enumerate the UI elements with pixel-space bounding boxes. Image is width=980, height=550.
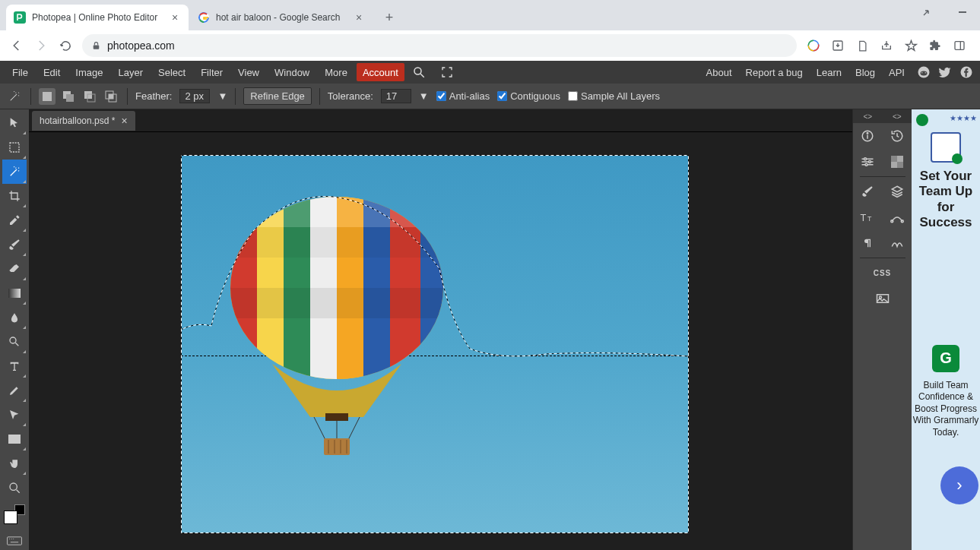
browser-tab-google[interactable]: hot air baloon - Google Search ×	[190, 5, 373, 30]
brush-panel-icon[interactable]	[856, 182, 879, 201]
right-panel: <><> TT CSS	[852, 109, 912, 550]
menu-view[interactable]: View	[230, 61, 267, 84]
reddit-icon[interactable]	[915, 63, 933, 81]
channels-icon[interactable]	[886, 233, 909, 253]
color-swatches[interactable]	[2, 504, 27, 529]
svg-rect-26	[10, 143, 19, 152]
gradient-tool[interactable]	[2, 281, 27, 305]
svg-point-68	[869, 161, 871, 163]
move-tool[interactable]	[2, 111, 27, 135]
google-icon[interactable]	[807, 39, 820, 52]
paths-icon[interactable]	[886, 207, 909, 227]
text-tool[interactable]	[2, 354, 27, 378]
eyedropper-tool[interactable]	[2, 208, 27, 232]
blur-tool[interactable]	[2, 305, 27, 330]
menu-window[interactable]: Window	[267, 61, 317, 84]
twitter-icon[interactable]	[936, 63, 954, 81]
feather-dropdown-icon[interactable]: ▼	[217, 90, 227, 102]
back-button[interactable]	[6, 35, 27, 56]
document-tab[interactable]: hotairballoon.psd * ×	[32, 111, 135, 131]
ad-cta-button[interactable]: ›	[940, 466, 978, 504]
sidepanel-icon[interactable]	[953, 39, 966, 52]
hand-tool[interactable]	[2, 451, 27, 476]
svg-rect-32	[8, 537, 22, 545]
ad-stars: ★★★★	[950, 114, 977, 122]
character-icon[interactable]: TT	[856, 207, 879, 227]
sel-add-icon[interactable]	[60, 88, 77, 105]
sel-new-icon[interactable]	[39, 88, 56, 105]
menu-select[interactable]: Select	[151, 61, 193, 84]
marquee-tool[interactable]	[2, 135, 27, 160]
paragraph-icon[interactable]	[856, 233, 879, 253]
link-report[interactable]: Report a bug	[739, 67, 810, 78]
canvas-viewport[interactable]	[29, 132, 852, 550]
menu-layer[interactable]: Layer	[111, 61, 151, 84]
svg-rect-20	[66, 94, 74, 102]
panel-tabs[interactable]: <><>	[853, 109, 912, 123]
facebook-icon[interactable]	[957, 63, 975, 81]
install-icon[interactable]	[831, 39, 845, 52]
menu-image[interactable]: Image	[68, 61, 110, 84]
menu-more[interactable]: More	[317, 61, 355, 84]
tab-close-icon[interactable]: ×	[169, 11, 181, 24]
css-export-icon[interactable]: CSS	[871, 263, 894, 283]
browser-tab-photopea[interactable]: Photopea | Online Photo Editor ×	[6, 5, 189, 30]
link-about[interactable]: About	[699, 67, 739, 78]
sel-sub-icon[interactable]	[81, 88, 98, 105]
crop-tool[interactable]	[2, 184, 27, 208]
feather-input[interactable]: 2 px	[179, 89, 210, 103]
fullscreen-icon[interactable]	[433, 61, 461, 84]
window-close[interactable]	[945, 0, 980, 24]
dodge-tool[interactable]	[2, 330, 27, 354]
pen-tool[interactable]	[2, 378, 27, 403]
reload-button[interactable]	[55, 35, 76, 56]
close-icon[interactable]: ×	[121, 115, 127, 127]
address-bar[interactable]: photopea.com	[82, 34, 797, 57]
layers-icon[interactable]	[886, 182, 909, 201]
antialias-checkbox[interactable]: Anti-alias	[436, 90, 490, 102]
link-api[interactable]: API	[882, 67, 912, 78]
share-icon[interactable]	[880, 39, 893, 52]
keyboard-icon[interactable]	[2, 533, 27, 548]
image-panel-icon[interactable]	[871, 289, 894, 308]
svg-rect-72	[891, 162, 897, 168]
svg-rect-27	[8, 289, 21, 298]
doc-icon[interactable]	[855, 39, 869, 52]
adjust-icon[interactable]	[856, 152, 879, 172]
eraser-tool[interactable]	[2, 257, 27, 281]
shape-tool[interactable]	[2, 427, 27, 451]
tolerance-input[interactable]: 17	[381, 89, 411, 103]
tolerance-dropdown-icon[interactable]: ▼	[419, 90, 429, 102]
extensions-icon[interactable]	[928, 39, 942, 52]
refine-edge-button[interactable]: Refine Edge	[243, 87, 312, 105]
zoom-tool[interactable]	[2, 476, 27, 500]
menu-file[interactable]: File	[5, 61, 36, 84]
info-icon[interactable]	[856, 126, 879, 146]
account-button[interactable]: Account	[357, 63, 404, 81]
canvas[interactable]	[181, 155, 689, 533]
forward-button[interactable]	[30, 35, 52, 56]
photopea-app: File Edit Image Layer Select Filter View…	[0, 61, 980, 550]
svg-rect-73	[897, 162, 903, 168]
link-blog[interactable]: Blog	[848, 67, 882, 78]
sample-all-checkbox[interactable]: Sample All Layers	[568, 90, 660, 102]
menu-edit[interactable]: Edit	[36, 61, 68, 84]
tab-title: hot air baloon - Google Search	[216, 12, 353, 23]
search-icon[interactable]	[404, 61, 433, 84]
tab-close-icon[interactable]: ×	[353, 11, 365, 24]
star-icon[interactable]	[904, 39, 918, 52]
svg-rect-60	[182, 156, 689, 533]
swatches-icon[interactable]	[886, 152, 909, 172]
new-tab-button[interactable]: +	[379, 7, 400, 28]
magic-wand-tool[interactable]	[2, 160, 27, 184]
window-minimize[interactable]	[910, 0, 945, 24]
path-tool[interactable]	[2, 403, 27, 427]
history-icon[interactable]	[886, 126, 909, 146]
menu-filter[interactable]: Filter	[193, 61, 230, 84]
svg-point-69	[865, 163, 867, 166]
link-learn[interactable]: Learn	[810, 67, 848, 78]
contiguous-checkbox[interactable]: Contiguous	[497, 90, 560, 102]
url-text: photopea.com	[107, 40, 175, 52]
sel-intersect-icon[interactable]	[103, 88, 119, 105]
brush-tool[interactable]	[2, 232, 27, 257]
